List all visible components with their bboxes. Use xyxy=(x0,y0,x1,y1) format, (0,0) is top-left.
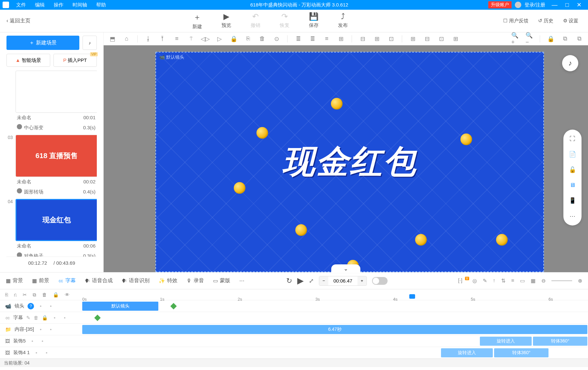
canvas-tool-icon[interactable]: ≡ xyxy=(323,35,330,42)
row-keyframe-dot[interactable]: • xyxy=(51,315,58,320)
play-icon[interactable] xyxy=(17,252,22,257)
coin-decoration[interactable] xyxy=(460,133,472,145)
upgrade-account-button[interactable]: 升级账户 xyxy=(488,1,512,8)
play-button[interactable]: ▶ xyxy=(297,276,304,286)
topright-⚙ 设置[interactable]: ⚙ 设置 xyxy=(563,18,578,24)
menu-操作[interactable]: 操作 xyxy=(49,2,68,8)
tab-前景[interactable]: ▦前景 xyxy=(32,277,49,284)
tab-语音合成[interactable]: 🗣语音合成 xyxy=(85,277,113,284)
row-keyframe-dot[interactable]: • xyxy=(61,315,68,320)
play-icon[interactable] xyxy=(17,124,22,129)
row-keyframe-dot[interactable]: • xyxy=(37,327,44,332)
scene-item[interactable]: 04现金红包未命名00:06对角格子0.3(s) xyxy=(6,199,97,257)
timeline-clip[interactable]: 转体360° xyxy=(494,348,548,357)
topright-☐ 用户反馈[interactable]: ☐ 用户反馈 xyxy=(503,18,528,24)
row-keyframe-dot[interactable]: • xyxy=(37,303,44,309)
tab-背景[interactable]: ▦背景 xyxy=(6,277,23,284)
tl-tool-icon[interactable]: ⎘ xyxy=(5,292,8,297)
canvas-tool-icon[interactable]: ⊞ xyxy=(373,35,380,42)
canvas-tool-icon[interactable]: ⭱ xyxy=(159,35,166,42)
canvas-tool-icon[interactable]: ◁▷ xyxy=(202,35,209,42)
minimize-button[interactable]: — xyxy=(548,2,561,8)
canvas-tool-icon[interactable]: 🔒 xyxy=(547,35,554,42)
expand-button[interactable]: ⤢ xyxy=(309,277,314,284)
close-button[interactable]: ✕ xyxy=(573,2,585,8)
timeline-tool-icon[interactable]: ———— xyxy=(551,278,572,284)
row-keyframe-dot[interactable]: • xyxy=(33,350,40,355)
smart-scene-button[interactable]: ▲ 智能场景 xyxy=(6,54,50,67)
tab-[interactable]: ⋯ xyxy=(239,277,246,284)
row-keyframe-dot[interactable]: • xyxy=(43,350,50,355)
scene-thumbnail[interactable]: 618 直播预售 xyxy=(16,135,97,177)
timeline-track[interactable] xyxy=(82,312,588,323)
coin-decoration[interactable] xyxy=(295,224,307,236)
row-tool-icon[interactable]: ✎ xyxy=(26,315,30,321)
view-mode-icon[interactable]: 📱 xyxy=(569,197,576,204)
canvas-tool-icon[interactable]: ⊡ xyxy=(438,35,445,42)
coin-decoration[interactable] xyxy=(256,127,268,139)
view-mode-icon[interactable]: 🖥 xyxy=(570,182,575,189)
time-plus-button[interactable]: + xyxy=(357,276,367,285)
scene-item[interactable]: 03618 直播预售未命名00:02圆形转场0.4(s) xyxy=(6,135,97,196)
timeline-track[interactable]: 旋转进入转体360° xyxy=(82,335,588,347)
canvas-tool-icon[interactable]: ⍑ xyxy=(187,35,195,42)
coin-decoration[interactable] xyxy=(331,98,343,110)
new-scene-button[interactable]: ＋ 新建场景 xyxy=(6,36,79,50)
canvas-tool-icon[interactable]: 🔍− xyxy=(526,35,533,42)
help-icon[interactable]: ? xyxy=(28,303,34,309)
row-keyframe-dot[interactable]: • xyxy=(39,338,46,344)
menu-时间轴[interactable]: 时间轴 xyxy=(68,2,92,8)
row-tool-icon[interactable]: 🔒 xyxy=(42,315,48,321)
timeline-track[interactable]: 旋转进入转体360° xyxy=(82,347,588,358)
insert-ppt-button[interactable]: P 插入PPTVIP xyxy=(53,54,97,67)
timeline-clip[interactable]: 默认镜头 xyxy=(82,302,158,311)
canvas-tool-icon[interactable]: 🗑 xyxy=(259,35,266,42)
keyframe-diamond[interactable] xyxy=(170,303,177,309)
canvas-tool-icon[interactable]: ⌂ xyxy=(123,35,130,42)
tab-蒙版[interactable]: ▭蒙版 xyxy=(213,277,230,284)
canvas-tool-icon[interactable]: ≡ xyxy=(173,35,180,42)
timeline-tool-icon[interactable]: ▭ xyxy=(520,278,525,284)
back-home-button[interactable]: ‹ 返回主页 xyxy=(0,17,37,24)
coin-decoration[interactable] xyxy=(415,234,427,246)
timeline-tool-icon[interactable]: ⊖ xyxy=(541,278,546,284)
timeline-clip[interactable]: 旋转进入 xyxy=(441,348,493,357)
scene-thumbnail[interactable] xyxy=(16,71,97,113)
canvas-tool-icon[interactable]: ▷ xyxy=(216,35,223,42)
view-mode-icon[interactable]: 📄 xyxy=(569,151,576,158)
scene-item[interactable]: 未命名00:01中心渐变0.3(s) xyxy=(6,71,97,132)
topright-↺ 历史[interactable]: ↺ 历史 xyxy=(538,18,553,24)
maximize-button[interactable]: □ xyxy=(562,2,572,8)
action-发布[interactable]: ⤴发布 xyxy=(338,12,348,30)
floating-music-button[interactable]: ♪ xyxy=(562,55,578,71)
canvas-stage[interactable]: 📹 默认镜头 现金红包 xyxy=(155,52,544,272)
canvas-tool-icon[interactable]: ⊞ xyxy=(409,35,416,42)
tl-tool-icon[interactable]: ⧉ xyxy=(33,292,36,298)
play-icon[interactable] xyxy=(17,188,22,193)
timeline-tool-icon[interactable]: ⇅ xyxy=(501,278,505,284)
time-input[interactable] xyxy=(328,276,357,285)
canvas-main-text[interactable]: 现金红包 xyxy=(282,140,417,184)
login-register-button[interactable]: 登录/注册 xyxy=(525,2,545,8)
scene-thumbnail[interactable]: 现金红包 xyxy=(16,199,97,241)
action-预览[interactable]: ▶预览 xyxy=(221,12,231,30)
canvas-tool-icon[interactable]: ⊙ xyxy=(273,35,280,42)
toggle-switch[interactable] xyxy=(372,277,388,285)
view-mode-icon[interactable]: ⛶ xyxy=(570,135,575,142)
timeline-tool-icon[interactable]: ≡ xyxy=(511,278,514,284)
menu-文件[interactable]: 文件 xyxy=(12,2,30,8)
timeline-tool-icon[interactable]: ◎ xyxy=(472,278,477,284)
coin-decoration[interactable] xyxy=(496,234,508,246)
collapse-canvas-button[interactable]: ⌄ xyxy=(331,264,360,273)
timeline-tool-icon[interactable]: ✎ xyxy=(483,278,487,284)
action-保存[interactable]: 💾保存 xyxy=(309,12,319,30)
row-keyframe-dot[interactable]: • xyxy=(29,338,36,344)
tl-tool-icon[interactable]: 🔒 xyxy=(53,292,59,298)
view-mode-icon[interactable]: ⋯ xyxy=(570,213,575,220)
canvas-tool-icon[interactable]: 🔍+ xyxy=(511,35,518,42)
action-新建[interactable]: ＋新建 xyxy=(192,12,202,30)
canvas-tool-icon[interactable]: ≣ xyxy=(309,35,316,42)
row-keyframe-dot[interactable]: • xyxy=(47,303,54,309)
canvas-tool-icon[interactable]: ⊡ xyxy=(388,35,395,42)
tab-录音[interactable]: 🎙录音 xyxy=(187,277,204,284)
